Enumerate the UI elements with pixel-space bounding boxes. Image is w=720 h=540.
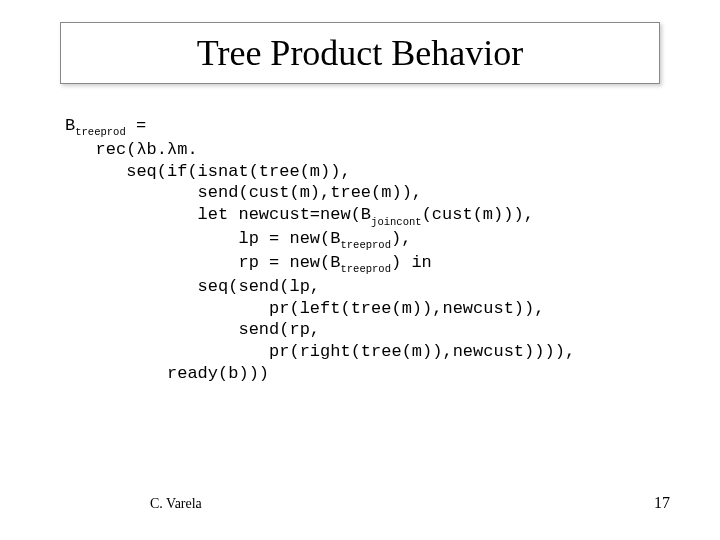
joincont-sub: joincont bbox=[371, 216, 422, 228]
code-line-7: rp = new(Btreeprod) in bbox=[65, 253, 432, 272]
code-line-11: pr(right(tree(m)),newcust)))), bbox=[65, 342, 575, 361]
code-line-2: rec(λb.λm. bbox=[65, 140, 198, 159]
code-line-12: ready(b))) bbox=[65, 364, 269, 383]
code-line-9: pr(left(tree(m)),newcust)), bbox=[65, 299, 544, 318]
page-number: 17 bbox=[654, 494, 670, 512]
code-line-10: send(rp, bbox=[65, 320, 320, 339]
code-line-4: send(cust(m),tree(m)), bbox=[65, 183, 422, 202]
l6-pre: lp = new(B bbox=[65, 229, 340, 248]
code-line-3: seq(if(isnat(tree(m)), bbox=[65, 162, 351, 181]
code-line-6: lp = new(Btreeprod), bbox=[65, 229, 411, 248]
l6-post: ), bbox=[391, 229, 411, 248]
code-line-5: let newcust=new(Bjoincont(cust(m))), bbox=[65, 205, 534, 224]
b-symbol: B bbox=[65, 116, 75, 135]
treeprod-sub: treeprod bbox=[75, 126, 126, 138]
treeprod-sub-3: treeprod bbox=[340, 263, 391, 275]
treeprod-sub-2: treeprod bbox=[340, 239, 391, 251]
l7-post: ) in bbox=[391, 253, 432, 272]
slide-title: Tree Product Behavior bbox=[197, 32, 524, 74]
code-line-8: seq(send(lp, bbox=[65, 277, 320, 296]
author: C. Varela bbox=[150, 496, 202, 512]
equals: = bbox=[126, 116, 146, 135]
l5-pre: let newcust=new(B bbox=[65, 205, 371, 224]
code-line-1: Btreeprod = bbox=[65, 116, 146, 135]
title-box: Tree Product Behavior bbox=[60, 22, 660, 84]
l5-post: (cust(m))), bbox=[422, 205, 534, 224]
l7-pre: rp = new(B bbox=[65, 253, 340, 272]
code-block: Btreeprod = rec(λb.λm. seq(if(isnat(tree… bbox=[65, 115, 575, 385]
